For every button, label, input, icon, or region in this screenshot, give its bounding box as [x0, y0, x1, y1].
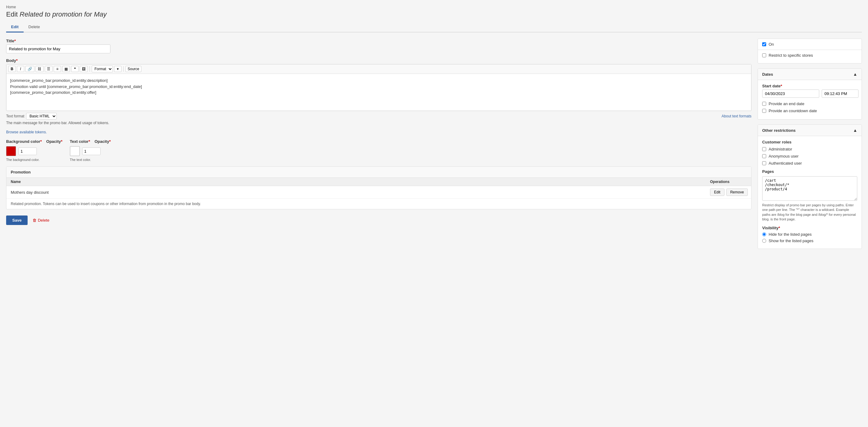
provide-countdown-checkbox[interactable] [762, 109, 766, 113]
tab-delete[interactable]: Delete [24, 22, 45, 32]
on-label: On [769, 42, 774, 46]
restrict-stores-label: Restrict to specific stores [769, 53, 813, 58]
number-list-button[interactable]: ≡ [54, 66, 61, 72]
dates-header: Dates ▲ [758, 69, 862, 80]
pages-textarea[interactable]: /cart /checkout/* /product/4 [762, 176, 857, 201]
col-name-header: Name [11, 179, 710, 184]
role-administrator-checkbox[interactable] [762, 147, 766, 151]
editor-line-2: Promotion valid until [commerce_promo_ba… [10, 84, 747, 90]
text-color-swatch[interactable] [70, 146, 80, 156]
start-date-field: Start date* [762, 84, 857, 98]
promotion-footer-note: Related promotion. Tokens can be used to… [6, 199, 751, 209]
pages-section: Pages /cart /checkout/* /product/4 Restr… [762, 169, 857, 222]
other-restrictions-card: Other restrictions ▲ Customer roles Admi… [757, 125, 862, 249]
start-time-input[interactable] [822, 90, 859, 98]
editor-line-1: [commerce_promo_bar:promotion_id:entity:… [10, 77, 747, 84]
browse-tokens-link[interactable]: Browse available tokens. [6, 130, 751, 134]
delete-icon: 🗑 [32, 218, 36, 223]
provide-end-date-label: Provide an end date [769, 101, 804, 106]
title-label: Title* [6, 39, 751, 43]
restrict-stores-checkbox[interactable] [762, 53, 766, 57]
provide-countdown-label: Provide an countdown date [769, 108, 817, 113]
visibility-show-row: Show for the listed pages [762, 238, 857, 243]
color-row: Background color* Opacity* The backgroun… [6, 139, 751, 162]
dates-card: Dates ▲ Start date* [757, 68, 862, 120]
other-restrictions-header: Other restrictions ▲ [758, 125, 862, 136]
title-field-group: Title* [6, 39, 751, 53]
provide-end-date-checkbox[interactable] [762, 102, 766, 106]
on-card: On Restrict to specific stores [757, 39, 862, 63]
other-restrictions-body: Customer roles Administrator Anonymous u… [758, 136, 862, 249]
pages-label: Pages [762, 169, 857, 174]
about-text-formats-link[interactable]: About text formats [722, 114, 751, 118]
italic-button[interactable]: I [17, 66, 24, 72]
restrict-stores-row: Restrict to specific stores [758, 50, 862, 63]
breadcrumb: Home [6, 5, 862, 9]
visibility-label: Visibility* [762, 226, 857, 230]
customer-roles-label: Customer roles [762, 140, 857, 144]
table-button[interactable]: ▦ [62, 66, 70, 72]
other-restrictions-collapse-icon[interactable]: ▲ [853, 128, 857, 133]
editor-content[interactable]: [commerce_promo_bar:promotion_id:entity:… [6, 74, 751, 111]
bg-color-label: Background color* Opacity* [6, 139, 63, 144]
image-button[interactable]: 🖼 [80, 66, 88, 72]
role-anonymous-row: Anonymous user [762, 154, 857, 159]
editor-line-3: [commerce_promo_bar:promotion_id:entity:… [10, 90, 747, 96]
bg-color-helper: The background color. [6, 158, 63, 162]
bg-color-swatch[interactable] [6, 146, 16, 156]
bg-opacity-input[interactable] [19, 147, 37, 155]
visibility-hide-label: Hide for the listed pages [769, 232, 812, 237]
delete-link[interactable]: 🗑 Delete [32, 218, 50, 223]
bullet-list-button[interactable]: ☰ [45, 66, 53, 72]
tab-edit[interactable]: Edit [6, 22, 24, 32]
bold-button[interactable]: B [8, 66, 16, 72]
role-anonymous-checkbox[interactable] [762, 154, 766, 158]
text-format-label: Text format [6, 114, 24, 118]
blockquote-button[interactable]: ❝ [71, 66, 79, 72]
format-dropdown-btn[interactable]: ▾ [114, 66, 121, 72]
col-ops-header: Operations [710, 179, 747, 184]
toolbar-separator-2 [123, 66, 124, 72]
text-opacity-input[interactable] [82, 147, 101, 155]
pages-helper: Restrict display of promo bar per pages … [762, 203, 857, 222]
promotion-operations: Edit Remove [710, 189, 747, 196]
title-input[interactable] [6, 44, 111, 53]
body-editor: B I 🔗 ⛓ ☰ ≡ ▦ ❝ 🖼 Format ▾ [6, 64, 751, 111]
body-label: Body* [6, 58, 751, 63]
visibility-show-label: Show for the listed pages [769, 238, 813, 243]
page-title: Edit Related to promotion for May [6, 10, 862, 19]
provide-end-date-row: Provide an end date [762, 101, 857, 106]
table-row: Mothers day discount Edit Remove [6, 186, 751, 199]
edit-promotion-button[interactable]: Edit [710, 189, 724, 196]
right-panel: On Restrict to specific stores Dates ▲ [757, 39, 862, 422]
body-field-group: Body* B I 🔗 ⛓ ☰ ≡ ▦ ❝ 🖼 [6, 58, 751, 125]
save-button[interactable]: Save [6, 216, 28, 225]
text-format-select[interactable]: Basic HTML Full HTML Plain text [26, 113, 57, 120]
toolbar-separator [90, 66, 90, 72]
unlink-button[interactable]: ⛓ [36, 66, 43, 72]
promotion-section: Promotion Name Operations Mothers day di… [6, 166, 751, 209]
on-checkbox-row: On [758, 39, 862, 50]
remove-promotion-button[interactable]: Remove [726, 189, 748, 196]
on-checkbox[interactable] [762, 42, 766, 46]
tab-bar: Edit Delete [6, 22, 862, 32]
text-format-helper: The main message for the promo bar. Allo… [6, 121, 751, 125]
visibility-hide-radio[interactable] [762, 232, 766, 236]
visibility-show-radio[interactable] [762, 239, 766, 243]
link-button[interactable]: 🔗 [26, 66, 34, 72]
dates-collapse-icon[interactable]: ▲ [853, 72, 857, 77]
role-authenticated-checkbox[interactable] [762, 161, 766, 165]
text-format-row: Text format Basic HTML Full HTML Plain t… [6, 113, 751, 120]
format-select[interactable]: Format [92, 66, 113, 72]
promotion-table-header: Name Operations [6, 178, 751, 186]
dates-body: Start date* Provide an end date Provi [758, 80, 862, 119]
text-color-helper: The text color. [70, 158, 111, 162]
role-administrator-label: Administrator [769, 147, 792, 152]
source-button[interactable]: Source [125, 66, 142, 72]
text-color-field: Text color* Opacity* The text color. [70, 139, 111, 162]
role-authenticated-label: Authenticated user [769, 161, 802, 166]
provide-countdown-row: Provide an countdown date [762, 108, 857, 113]
role-anonymous-label: Anonymous user [769, 154, 799, 159]
background-color-field: Background color* Opacity* The backgroun… [6, 139, 63, 162]
start-date-input[interactable] [762, 90, 819, 98]
